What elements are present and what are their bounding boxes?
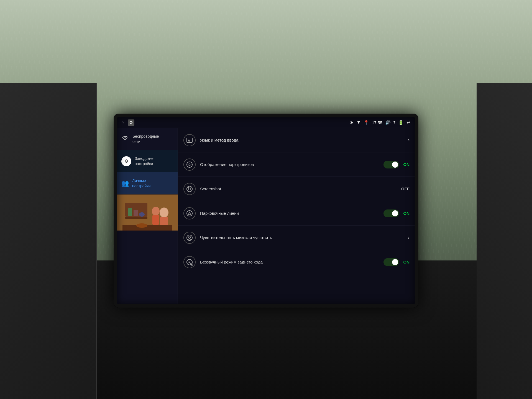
silent-reverse-icon: P	[183, 256, 196, 268]
silent-reverse-knob	[392, 259, 398, 265]
settings-panel: A Язык и метод ввода › Отображение паркт	[178, 128, 415, 304]
status-left: ⌂ ⚙	[121, 119, 134, 126]
volume-level: 7	[393, 121, 395, 125]
wireless-label: Беспроводныесети	[132, 134, 159, 144]
parking-lines-knob	[392, 210, 398, 216]
settings-icon[interactable]: ⚙	[128, 119, 134, 126]
settings-row-screenshot[interactable]: Screenshot OFF	[178, 177, 415, 201]
sensitivity-icon	[183, 232, 196, 244]
svg-rect-16	[188, 188, 191, 190]
bluetooth-icon: ✱	[350, 120, 354, 125]
home-icon[interactable]: ⌂	[121, 120, 124, 126]
settings-row-parking-sensors[interactable]: Отображение парктроников ON	[178, 152, 415, 177]
svg-rect-7	[152, 215, 159, 225]
screen-inner: ⌂ ⚙ ✱ ▼ 📍 17:55 🔊 7 🔋 ↩	[117, 117, 415, 304]
parking-sensors-label: Отображение парктроников	[200, 162, 379, 167]
language-arrow: ›	[408, 137, 410, 143]
screen-wrapper: ⏻ ⌂ ↩ + − ⌂ ⚙ ✱ ▼ 📍 17:55 🔊 7 🔋 ↩	[114, 114, 418, 308]
silent-reverse-value: ON	[403, 260, 410, 264]
sidebar-thumbnail	[117, 195, 178, 231]
screenshot-icon	[183, 183, 196, 195]
battery-icon: 🔋	[398, 120, 404, 125]
svg-point-15	[187, 186, 192, 192]
parking-lines-value: ON	[403, 211, 410, 216]
svg-point-17	[187, 211, 192, 216]
parking-sensors-toggle[interactable]	[383, 161, 399, 168]
location-icon: 📍	[364, 120, 369, 125]
volume-icon: 🔊	[385, 120, 391, 125]
parking-sensors-value: ON	[403, 162, 410, 167]
parking-lines-toggle[interactable]	[383, 209, 399, 217]
car-dash-right	[477, 83, 532, 399]
parking-sensors-icon	[183, 158, 196, 171]
svg-text:P: P	[188, 261, 190, 264]
language-label: Язык и метод ввода	[200, 138, 403, 142]
screenshot-label: Screenshot	[200, 186, 397, 191]
car-dash-left	[0, 83, 97, 399]
svg-point-8	[160, 208, 168, 218]
main-content: Беспроводныесети ⚙ Заводскиенастройки 👥 …	[117, 128, 415, 304]
person-icon: 👥	[121, 180, 129, 187]
svg-rect-2	[125, 217, 147, 219]
svg-rect-10	[122, 225, 172, 231]
back-icon[interactable]: ↩	[406, 119, 411, 126]
silent-reverse-label: Беззвучный режим заднего хода	[200, 260, 379, 264]
svg-rect-3	[128, 208, 132, 216]
parking-sensors-knob	[392, 162, 398, 168]
sidebar: Беспроводныесети ⚙ Заводскиенастройки 👥 …	[117, 128, 178, 304]
settings-row-sensitivity[interactable]: Чувствительность мизокая чувствить ›	[178, 226, 415, 250]
screenshot-value: OFF	[401, 186, 410, 191]
personal-label: Личныенастройки	[132, 178, 150, 188]
wifi-status-icon: ▼	[356, 120, 361, 125]
svg-point-5	[139, 212, 145, 217]
svg-text:A: A	[188, 139, 190, 142]
settings-row-silent-reverse[interactable]: P Беззвучный режим заднего хода ON	[178, 250, 415, 274]
svg-point-6	[152, 207, 160, 216]
factory-label: Заводскиенастройки	[135, 156, 154, 166]
sidebar-item-factory[interactable]: ⚙ Заводскиенастройки	[117, 150, 178, 172]
factory-icon: ⚙	[121, 156, 131, 166]
status-right: ✱ ▼ 📍 17:55 🔊 7 🔋 ↩	[350, 119, 411, 126]
silent-reverse-toggle[interactable]	[383, 258, 399, 266]
svg-point-19	[187, 235, 192, 241]
sidebar-item-personal[interactable]: 👥 Личныенастройки	[117, 172, 178, 195]
status-bar: ⌂ ⚙ ✱ ▼ 📍 17:55 🔊 7 🔋 ↩	[117, 117, 415, 128]
status-time: 17:55	[372, 120, 382, 125]
wifi-icon	[121, 135, 129, 143]
svg-point-11	[136, 223, 147, 228]
language-icon: A	[183, 134, 196, 146]
sensitivity-label: Чувствительность мизокая чувствить	[200, 235, 403, 240]
svg-point-20	[189, 236, 191, 238]
parking-lines-icon	[183, 207, 196, 219]
settings-row-language[interactable]: A Язык и метод ввода ›	[178, 128, 415, 152]
sensitivity-arrow: ›	[408, 235, 410, 241]
svg-rect-4	[134, 210, 138, 216]
settings-row-parking-lines[interactable]: Парковочные линии ON	[178, 201, 415, 226]
parking-lines-label: Парковочные линии	[200, 211, 379, 216]
sidebar-item-wireless[interactable]: Беспроводныесети	[117, 128, 178, 150]
